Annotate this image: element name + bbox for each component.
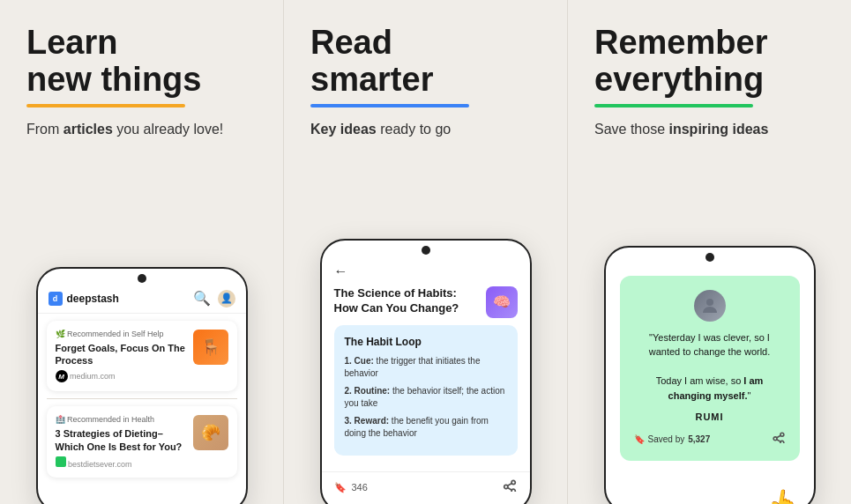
habit-label-1: 1. Cue: [345, 356, 374, 366]
habit-item-2: 2. Routine: the behavior itself; the act… [345, 385, 507, 410]
article-title-1: Forget Goals, Focus On The Process [56, 342, 186, 367]
quote-avatar [694, 290, 726, 322]
article-source-1: M medium.com [56, 370, 186, 382]
bestdiet-icon [56, 456, 66, 467]
headline-read: Read smarter [310, 25, 541, 99]
read-line1: Read [310, 24, 392, 61]
phone-content-3: "Yesterday I was clever, so I wanted to … [606, 262, 814, 476]
quote-text: "Yesterday I was clever, so I wanted to … [634, 330, 786, 404]
search-icon: 🔍 [193, 290, 211, 307]
bookmark-count: 🔖 346 [334, 482, 368, 493]
article-card-2: 🏥 Recommended in Health 3 Strategies of … [47, 406, 237, 478]
article-text-2: 🏥 Recommended in Health 3 Strategies of … [56, 415, 186, 469]
panel-learn: Learn new things From articles you alrea… [0, 0, 283, 504]
underline-green [594, 104, 753, 107]
subtitle-remember: Save those inspiring ideas [594, 120, 825, 139]
share-icon-3 [772, 431, 786, 447]
divider-1 [47, 398, 237, 399]
subtitle-rest: you already love! [113, 122, 223, 137]
habit-label-2: 2. Routine: [345, 386, 391, 396]
article-text-1: 🌿 Recommended in Self Help Forget Goals,… [56, 330, 186, 383]
subtitle-read: Key ideas ready to go [310, 120, 541, 139]
subtitle-rest-read: ready to go [377, 122, 452, 137]
phone-notch-2 [422, 246, 430, 255]
subtitle-learn: From articles you already love! [26, 120, 257, 139]
article-source-2: bestdietsever.com [56, 456, 186, 469]
habit-item-3: 3. Reward: the benefit you gain from doi… [345, 415, 507, 440]
phone-mockup-2: ← The Science of Habits: How Can You Cha… [320, 239, 532, 504]
headline-learn: Learn new things [26, 25, 257, 99]
svg-line-4 [507, 484, 511, 486]
app-name: deepstash [67, 293, 119, 305]
phone-mockup-3: "Yesterday I was clever, so I wanted to … [604, 246, 816, 505]
phone-content-2: ← The Science of Habits: How Can You Cha… [322, 255, 530, 471]
read-line2: smarter [310, 61, 433, 98]
habit-label-3: 3. Reward: [345, 416, 390, 426]
bookmark-number: 346 [352, 482, 368, 493]
back-arrow: ← [334, 263, 518, 279]
svg-line-9 [776, 440, 780, 442]
phone-mockup-1: d deepstash 🔍 👤 🌿 Recommended in Self He… [36, 267, 248, 504]
phone-screen-1: d deepstash 🔍 👤 🌿 Recommended in Self He… [36, 267, 248, 504]
article-title-2: 3 Strategies of Dieting–Which One Is Bes… [56, 427, 186, 453]
phone-notch-3 [705, 253, 714, 262]
headline-line1: Learn [26, 24, 117, 61]
article-title-text: The Science of Habits: How Can You Chang… [334, 286, 459, 315]
tag-emoji-1: 🌿 [56, 330, 65, 338]
panel-read: Read smarter Key ideas ready to go ← The… [283, 0, 568, 504]
phone-screen-2: ← The Science of Habits: How Can You Cha… [320, 239, 532, 504]
habit-card-title: The Habit Loop [345, 336, 507, 348]
panel-remember: Remember everything Save those inspiring… [568, 0, 851, 504]
article-thumb-1: 🪑 [193, 330, 228, 365]
subtitle-bold-articles: articles [63, 122, 113, 137]
phone-screen-3: "Yesterday I was clever, so I wanted to … [604, 246, 816, 505]
habit-card: The Habit Loop 1. Cue: the trigger that … [334, 325, 518, 456]
bookmark-icon: 🔖 [334, 482, 347, 493]
key-ideas-bold: Key ideas [310, 122, 377, 137]
save-info: 🔖 Saved by 5,327 [634, 434, 711, 444]
phone-notch [138, 274, 146, 283]
phone-footer-2: 🔖 346 [322, 471, 530, 502]
quote-card: "Yesterday I was clever, so I wanted to … [620, 276, 800, 462]
share-icon-2 [502, 479, 518, 495]
tag-emoji-2: 🏥 [56, 415, 65, 424]
underline-blue [310, 104, 469, 107]
article-thumb-habit: 🧠 [486, 286, 518, 318]
svg-point-5 [706, 299, 713, 306]
article-tag-2: 🏥 Recommended in Health [56, 415, 186, 424]
logo-icon: d [49, 292, 63, 306]
app-logo: d deepstash [49, 292, 119, 306]
underline-orange [26, 104, 185, 107]
avatar-icon: 👤 [218, 290, 235, 308]
headline-line2: new things [26, 61, 201, 98]
inspiring-ideas-bold: inspiring ideas [669, 122, 769, 137]
quote-bold: I am changing myself. [668, 375, 764, 401]
saved-by-label: Saved by [648, 434, 685, 444]
article-title-habit: The Science of Habits: How Can You Chang… [334, 286, 518, 316]
article-card-1: 🌿 Recommended in Self Help Forget Goals,… [47, 321, 237, 392]
phone-header: d deepstash 🔍 👤 [38, 283, 246, 314]
quote-footer: 🔖 Saved by 5,327 [634, 431, 786, 447]
remember-line2: everything [594, 61, 764, 98]
svg-line-3 [507, 487, 511, 490]
bookmark-icon-3: 🔖 [634, 434, 645, 444]
article-tag-1: 🌿 Recommended in Self Help [56, 330, 186, 338]
svg-line-10 [776, 435, 780, 438]
habit-item-1: 1. Cue: the trigger that initiates the b… [345, 355, 507, 380]
medium-icon: M [56, 370, 68, 382]
phone-bottom-space [38, 485, 246, 504]
quote-author: RUMI [634, 411, 786, 422]
remember-line1: Remember [594, 24, 767, 61]
saved-count: 5,327 [688, 434, 710, 444]
headline-remember: Remember everything [594, 25, 825, 99]
article-thumb-2: 🥐 [193, 415, 228, 450]
phone-icons: 🔍 👤 [193, 290, 235, 308]
